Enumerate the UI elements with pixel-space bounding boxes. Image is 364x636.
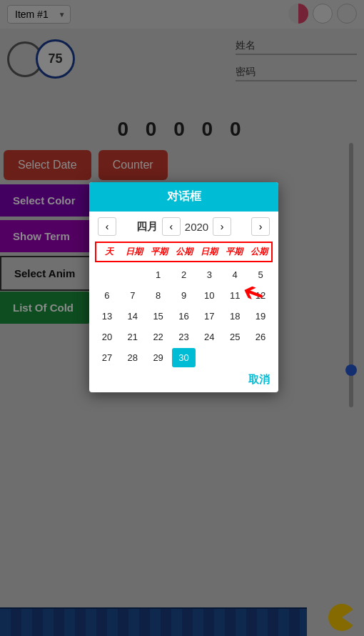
calendar-day[interactable]: 13 [95,307,119,326]
calendar-day [197,348,221,367]
calendar-day[interactable]: 10 [197,286,221,305]
calendar-day[interactable]: 18 [223,307,247,326]
calendar-day[interactable]: 14 [121,307,145,326]
calendar-day[interactable]: 22 [146,327,171,347]
calendar-day[interactable]: 7 [121,286,145,305]
dialog-title: 对话框 [167,190,201,202]
day-header-1: 日期 [121,243,146,261]
calendar-day[interactable]: 29 [146,348,171,367]
calendar-day [223,348,247,367]
calendar-day[interactable]: 9 [172,286,196,305]
day-header-0: 天 [96,243,121,261]
calendar-header: ‹ 四月 ‹ 2020 › › [89,212,278,242]
calendar-day[interactable]: 28 [121,348,145,367]
year-display: 2020 [185,221,208,233]
calendar-day[interactable]: 2 [172,265,196,284]
calendar-day[interactable]: 16 [172,307,196,326]
prev-month-button[interactable]: ‹ [98,217,116,236]
calendar-day[interactable]: 8 [146,286,171,305]
next-year-button[interactable]: › [213,217,231,236]
next-month-button[interactable]: › [251,217,270,236]
calendar-day[interactable]: 20 [95,327,119,347]
calendar-day[interactable]: 25 [223,327,247,347]
calendar-day [248,348,273,367]
calendar-day[interactable]: 23 [172,327,196,347]
calendar-day[interactable]: 30 [172,348,196,367]
calendar-day[interactable]: 3 [197,265,221,284]
day-header-6: 公期 [246,243,271,261]
dialog-title-bar: 对话框 [89,182,278,212]
prev-year-button[interactable]: ‹ [162,217,181,236]
month-display: 四月 [136,220,158,234]
calendar-day[interactable]: 17 [197,307,221,326]
day-header-3: 公期 [171,243,196,261]
day-headers: 天 日期 平期 公期 日期 平期 公期 [95,242,273,262]
cancel-button[interactable]: 取消 [248,373,270,387]
day-header-2: 平期 [146,243,171,261]
calendar-day[interactable]: 15 [146,307,171,326]
calendar-day [95,265,119,284]
day-header-4: 日期 [196,243,221,261]
calendar-day [121,265,145,284]
calendar-day[interactable]: 1 [146,265,171,284]
calendar-day[interactable]: 27 [95,348,119,367]
calendar-day[interactable]: 24 [197,327,221,347]
calendar-day[interactable]: 21 [121,327,145,347]
calendar-day[interactable]: 26 [248,327,273,347]
calendar-day[interactable]: 6 [95,286,119,305]
day-header-5: 平期 [221,243,246,261]
month-year-display: 四月 ‹ 2020 › [136,217,231,236]
dialog-footer: 取消 [89,367,278,392]
calendar-day[interactable]: 4 [223,265,247,284]
